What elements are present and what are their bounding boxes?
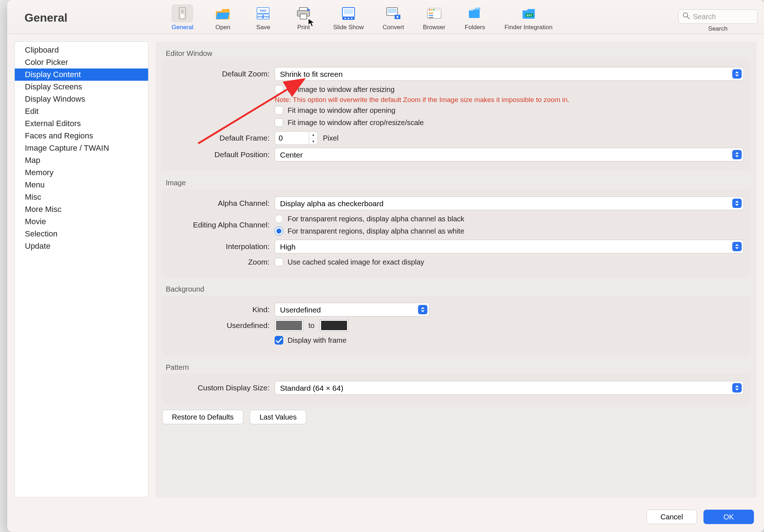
- sidebar-item-color-picker[interactable]: Color Picker: [15, 56, 148, 68]
- display-with-frame-checkbox[interactable]: [275, 336, 283, 345]
- restore-buttons: Restore to Defaults Last Values: [156, 404, 757, 429]
- interpolation-select[interactable]: High: [275, 240, 744, 253]
- sidebar-item-external-editors[interactable]: External Editors: [15, 118, 148, 130]
- sidebar-item-display-screens[interactable]: Display Screens: [15, 81, 148, 93]
- zoom-cache-label: Use cached scaled image for exact displa…: [288, 258, 424, 266]
- default-frame-input[interactable]: [275, 131, 309, 145]
- zoom-cache-checkbox[interactable]: [275, 258, 283, 266]
- group-pattern-title: Pattern: [156, 355, 757, 374]
- svg-line-31: [687, 17, 689, 19]
- toolbar-open-label: Open: [216, 24, 231, 31]
- fit-after-resize-checkbox[interactable]: [275, 85, 283, 94]
- default-frame-stepper[interactable]: ▲▼: [275, 131, 318, 145]
- kind-label: Kind:: [169, 305, 270, 314]
- sidebar-item-misc[interactable]: Misc: [15, 191, 148, 203]
- fit-after-crop-label: Fit image to window after crop/resize/sc…: [288, 119, 424, 127]
- sidebar-item-menu[interactable]: Menu: [15, 179, 148, 191]
- svg-text:PNG: PNG: [263, 15, 270, 18]
- group-image: Alpha Channel: Display alpha as checkerb…: [162, 189, 750, 277]
- ok-button[interactable]: OK: [703, 510, 754, 524]
- alpha-black-radio[interactable]: [275, 214, 283, 223]
- svg-text:EXT: EXT: [527, 14, 532, 17]
- sidebar-item-display-windows[interactable]: Display Windows: [15, 93, 148, 105]
- svg-rect-11: [300, 14, 307, 19]
- svg-text:JPG: JPG: [257, 15, 263, 18]
- switch-icon: [172, 4, 193, 22]
- alpha-white-radio[interactable]: [275, 227, 283, 235]
- slideshow-icon: [338, 4, 359, 22]
- group-background-title: Background: [156, 277, 757, 296]
- toolbar-convert[interactable]: Convert: [381, 4, 407, 32]
- sidebar-item-memory[interactable]: Memory: [15, 167, 148, 179]
- default-position-select[interactable]: Center: [275, 148, 744, 161]
- toolbar-convert-label: Convert: [383, 24, 404, 31]
- custom-display-size-select[interactable]: Standard (64 × 64): [275, 381, 744, 395]
- svg-point-30: [683, 13, 688, 17]
- sidebar-item-faces-and-regions[interactable]: Faces and Regions: [15, 130, 148, 142]
- color-swatch-to[interactable]: [320, 319, 348, 332]
- alpha-channel-select[interactable]: Display alpha as checkerboard: [275, 196, 744, 210]
- svg-point-16: [348, 18, 349, 19]
- toolbar-general[interactable]: General: [169, 4, 195, 32]
- color-swatch-from[interactable]: [275, 319, 303, 332]
- preferences-window: General General Open TIFFJPGPNG Save: [7, 0, 764, 532]
- zoom-label: Zoom:: [169, 258, 270, 266]
- sidebar-item-more-misc[interactable]: More Misc: [15, 203, 148, 216]
- interpolation-label: Interpolation:: [169, 242, 270, 251]
- alpha-white-label: For transparent regions, display alpha c…: [288, 227, 464, 235]
- sidebar-item-map[interactable]: Map: [15, 154, 148, 167]
- toolbar-browser[interactable]: Browser: [421, 4, 448, 32]
- sidebar-item-display-content[interactable]: Display Content: [15, 68, 148, 81]
- search-label: Search: [708, 25, 728, 32]
- default-zoom-select[interactable]: Shrink to fit screen: [275, 67, 744, 81]
- svg-rect-27: [429, 17, 433, 18]
- group-background: Kind: Userdefined Userdefined: to: [162, 296, 750, 355]
- svg-text:TIFF: TIFF: [260, 9, 267, 13]
- sidebar-item-clipboard[interactable]: Clipboard: [15, 44, 148, 56]
- search-icon: [683, 12, 690, 21]
- save-formats-icon: TIFFJPGPNG: [252, 4, 274, 22]
- cancel-button[interactable]: Cancel: [647, 510, 697, 524]
- default-position-label: Default Position:: [169, 150, 270, 159]
- stepper-down[interactable]: ▼: [309, 138, 317, 145]
- dialog-footer: Cancel OK: [7, 505, 764, 532]
- finder-ext-icon: EXT: [518, 4, 539, 22]
- cursor-icon: [307, 18, 317, 27]
- svg-rect-26: [429, 15, 433, 16]
- editing-alpha-label: Editing Alpha Channel:: [169, 221, 270, 229]
- alpha-black-label: For transparent regions, display alpha c…: [288, 215, 464, 223]
- folders-icon: [464, 4, 486, 22]
- sidebar-item-movie[interactable]: Movie: [15, 216, 148, 228]
- sidebar-item-update[interactable]: Update: [15, 240, 148, 252]
- sidebar-item-selection[interactable]: Selection: [15, 228, 148, 240]
- default-zoom-label: Default Zoom:: [169, 70, 270, 78]
- fit-after-open-checkbox[interactable]: [275, 106, 283, 115]
- fit-after-crop-checkbox[interactable]: [275, 118, 283, 127]
- toolbar-slideshow-label: Slide Show: [333, 24, 364, 31]
- sidebar-item-image-capture-twain[interactable]: Image Capture / TWAIN: [15, 142, 148, 154]
- svg-point-23: [431, 9, 432, 10]
- stepper-up[interactable]: ▲: [309, 132, 317, 138]
- restore-defaults-button[interactable]: Restore to Defaults: [162, 410, 243, 424]
- toolbar-slideshow[interactable]: Slide Show: [331, 4, 366, 32]
- toolbar-save[interactable]: TIFFJPGPNG Save: [250, 4, 276, 32]
- toolbar-finder-label: Finder Integration: [505, 24, 552, 31]
- svg-rect-13: [344, 9, 353, 14]
- group-editor-window-title: Editor Window: [156, 41, 757, 60]
- userdefined-label: Userdefined:: [169, 321, 270, 330]
- toolbar-save-label: Save: [256, 24, 270, 31]
- folder-open-icon: [212, 4, 234, 22]
- svg-point-15: [345, 18, 346, 19]
- toolbar-open[interactable]: Open: [210, 4, 236, 32]
- kind-select[interactable]: Userdefined: [275, 303, 430, 316]
- sidebar-item-edit[interactable]: Edit: [15, 105, 148, 118]
- browser-icon: [423, 4, 445, 22]
- toolbar-folders[interactable]: Folders: [462, 4, 488, 32]
- body: ClipboardColor PickerDisplay ContentDisp…: [7, 34, 764, 505]
- sidebar[interactable]: ClipboardColor PickerDisplay ContentDisp…: [14, 41, 148, 497]
- toolbar-finder-integration[interactable]: EXT Finder Integration: [502, 4, 555, 32]
- search-input[interactable]: [678, 9, 758, 24]
- last-values-button[interactable]: Last Values: [250, 410, 306, 424]
- svg-point-17: [351, 18, 352, 19]
- fit-after-open-label: Fit image to window after opening: [288, 106, 395, 115]
